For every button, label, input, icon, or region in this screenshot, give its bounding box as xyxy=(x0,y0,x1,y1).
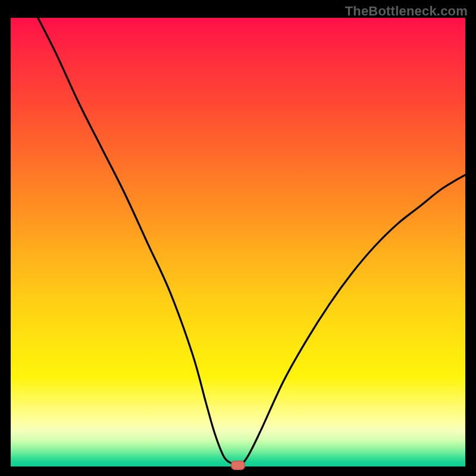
minimum-marker xyxy=(231,461,245,470)
bottleneck-curve xyxy=(11,18,465,466)
plot-area xyxy=(11,18,465,466)
chart-frame: TheBottleneck.com xyxy=(0,0,476,476)
watermark-text: TheBottleneck.com xyxy=(345,4,468,19)
plot-inner xyxy=(11,18,465,466)
